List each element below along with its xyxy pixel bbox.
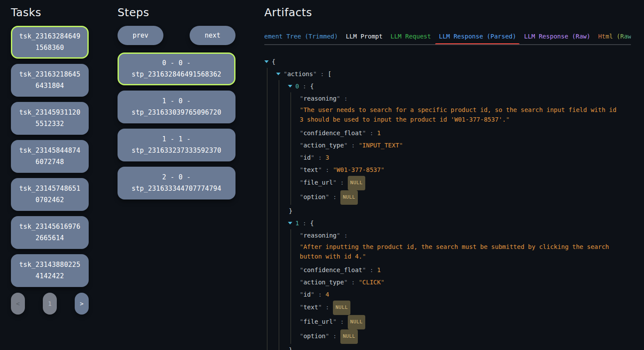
step-button[interactable]: 2 - 0 - stp_231633344707774794 [118,167,235,200]
collapse-toggle-icon[interactable] [288,85,292,88]
artifacts-title: Artifacts [264,6,631,19]
task-id-label: tsk_231456169762665614 [19,221,80,244]
json-children: "reasoning" : "The user needs to search … [291,92,631,205]
json-row: "action_type" : "INPUT_TEXT" [300,139,631,151]
json-token: { [310,83,314,90]
tab-llm-response-raw[interactable]: LLM Response (Raw) [520,29,594,44]
step-button[interactable]: 1 - 1 - stp_231633237333592370 [118,129,235,161]
step-button[interactable]: 0 - 0 - stp_231632846491568362 [118,52,235,85]
json-key: file_url [303,318,332,325]
json-key: action_type [303,142,344,149]
step-button[interactable]: 1 - 0 - stp_231633039765096720 [118,91,235,123]
json-string-value: CLICK [362,279,381,286]
json-token: " [381,166,384,173]
task-button[interactable]: tsk_231632846491568360 [11,26,89,59]
tab-llm-request[interactable]: LLM Request [387,29,435,44]
json-node: "option" : NULL [300,329,631,344]
steps-nav: prev next [118,26,235,45]
json-token: " [362,266,366,273]
json-row: "action_type" : "CLICK" [300,276,631,288]
json-token: : [366,266,377,273]
json-token: } [289,346,292,350]
artifacts-panel: Artifacts Element Tree (Trimmed)LLM Prom… [264,5,644,350]
json-token: : [315,154,325,161]
json-node: "id" : 4 [300,288,631,301]
json-token: } [289,207,292,214]
json-key: text [303,304,318,311]
task-button[interactable]: tsk_231632186456431804 [11,64,89,97]
json-row: } [289,344,631,350]
json-string-value: INPUT_TEXT [362,142,399,149]
tab-llm-response-parsed[interactable]: LLM Response (Parsed) [435,29,520,44]
json-token: : [299,83,310,90]
steps-next-button[interactable]: next [190,26,235,45]
steps-prev-button[interactable]: prev [118,26,163,45]
json-node: "action_type" : "CLICK" [300,276,631,288]
json-number-value: 3 [325,154,329,161]
json-token: " [318,166,322,173]
task-button[interactable]: tsk_231459311205512332 [11,102,89,135]
collapse-toggle-icon[interactable] [264,60,269,63]
json-row: "option" : NULL [300,190,631,205]
json-key: reasoning [303,95,336,102]
json-string-value: W01-377-8537 [336,166,381,173]
artifacts-tab-bar: Element Tree (Trimmed)LLM PromptLLM Requ… [264,29,631,45]
task-button[interactable]: tsk_231438802254142422 [11,254,89,287]
json-token: " [336,232,340,239]
tab-llm-prompt[interactable]: LLM Prompt [342,29,386,44]
json-number-value: 4 [325,291,329,298]
app-root: Tasks tsk_231632846491568360 tsk_2316321… [0,0,644,350]
json-number-value: 1 [377,266,381,273]
json-token: : [348,279,359,286]
json-row: "confidence_float" : 1 [300,264,631,276]
step-label: 1 - 1 - stp_231633237333592370 [126,134,227,156]
json-key: option [303,193,325,200]
task-button[interactable]: tsk_231457486510702462 [11,178,89,211]
json-row: "text" : "W01-377-8537" [300,164,631,176]
json-number-value: 1 [377,130,381,136]
json-token: { [272,58,275,65]
step-label: 1 - 0 - stp_231633039765096720 [126,96,227,118]
tasks-pagination: < 1 > [11,293,89,315]
json-children: 0 : {"reasoning" : "The user needs to se… [279,80,631,350]
json-row: "file_url" : NULL [300,315,631,329]
json-token: " [311,291,314,298]
json-token: : [336,318,347,325]
collapse-toggle-icon[interactable] [288,222,292,224]
json-token: { [310,220,314,227]
json-row: "text" : NULL [300,301,631,315]
null-badge: NULL [348,176,366,190]
json-node: "text" : "W01-377-8537" [300,164,631,176]
json-key: confidence_float [303,266,362,273]
step-label: 0 - 0 - stp_231632846491568362 [126,58,227,80]
tab-html-raw[interactable]: Html (Raw) [594,29,631,44]
task-button[interactable]: tsk_231456169762665614 [11,216,89,249]
tab-element-tree-trimmed[interactable]: Element Tree (Trimmed) [264,29,342,44]
json-node: "file_url" : NULL [300,176,631,190]
pagination-next-button[interactable]: > [75,293,89,315]
json-key: reasoning [303,232,336,239]
json-key: file_url [303,179,332,186]
json-row: "reasoning" : [300,92,631,105]
json-token: : [299,220,310,227]
json-node: "option" : NULL [300,190,631,205]
json-node: "text" : NULL [300,301,631,315]
json-token: " [344,279,347,286]
json-key: option [303,332,325,340]
json-row: "reasoning" : [300,229,631,242]
json-token: " [362,130,366,136]
json-token: : [366,130,377,136]
pagination-prev-button[interactable]: < [11,293,25,315]
json-token: : [340,95,348,102]
json-key: action_type [303,279,344,286]
json-token: " [336,95,340,102]
pagination-page-button[interactable]: 1 [43,293,57,315]
task-id-label: tsk_231457486510702462 [19,183,80,206]
json-row: } [289,205,631,217]
json-string-value: "After inputting the product id, the sea… [300,242,623,264]
json-token: " [381,279,384,286]
task-button[interactable]: tsk_231458448746072748 [11,140,89,173]
json-node: "file_url" : NULL [300,315,631,329]
collapse-toggle-icon[interactable] [276,73,280,75]
task-id-label: tsk_231632186456431804 [19,69,80,91]
